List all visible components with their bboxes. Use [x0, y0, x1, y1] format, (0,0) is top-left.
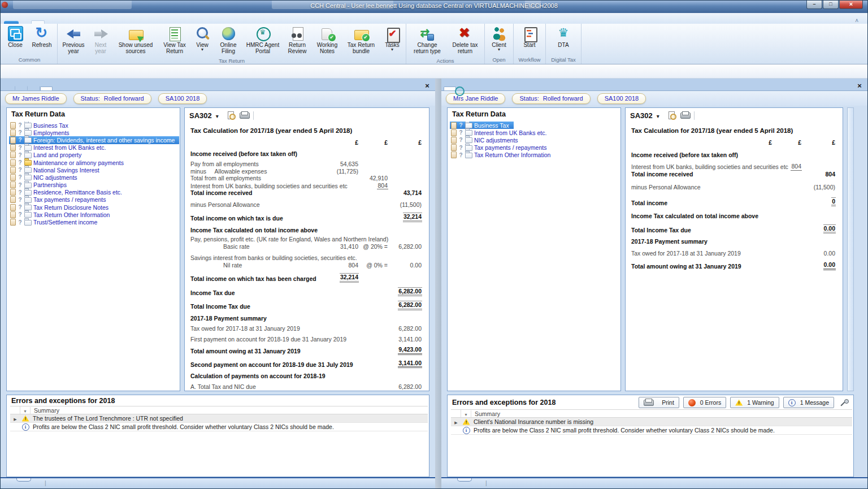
menu-item[interactable]: [70, 21, 82, 24]
tree-item[interactable]: Tax payments / repayments: [450, 144, 551, 152]
tree-item[interactable]: Business Tax: [9, 122, 73, 129]
tree-item[interactable]: Tax Return Disclosure Notes: [9, 204, 113, 211]
status-label: Status:: [81, 95, 100, 102]
menu-item[interactable]: [82, 21, 94, 24]
minimize-button[interactable]: [806, 1, 822, 9]
bottom-tab[interactable]: [16, 478, 31, 482]
filter-dropdown-icon[interactable]: [461, 410, 471, 417]
document-tab[interactable]: [444, 86, 456, 90]
ribbon-button[interactable]: Close: [3, 24, 28, 57]
status-label: Status:: [519, 95, 539, 102]
tree-item[interactable]: NIC adjustments: [9, 174, 82, 181]
ribbon-collapse-icon[interactable]: [855, 18, 858, 24]
tree-item[interactable]: Maintenance or alimony payments: [9, 159, 128, 166]
chevron-down-icon[interactable]: [216, 110, 219, 120]
ribbon-button[interactable]: HMRC Agent Portal: [243, 24, 283, 58]
bottom-tab[interactable]: [457, 478, 472, 482]
ribbon-button[interactable]: Working Notes: [312, 24, 342, 58]
ribbon-button[interactable]: DTA: [547, 24, 580, 57]
tree-item[interactable]: Interest from UK Banks etc.: [450, 129, 551, 136]
folder-icon: [24, 190, 32, 196]
warnings-count-badge[interactable]: 1 Warning: [730, 397, 779, 408]
sa302-row-label: 2017-18 Payment summary: [190, 315, 267, 322]
vertical-scrollbar[interactable]: [847, 107, 854, 391]
tree-item[interactable]: NIC adjustments: [450, 136, 523, 144]
tax-return-tree: Business Tax Employments Foreign: Di: [7, 122, 180, 391]
ribbon-button[interactable]: Refresh: [28, 24, 56, 57]
error-row[interactable]: The trustees of The Lord Trenchmore : UT…: [10, 414, 428, 423]
status-chip[interactable]: Status:Rolled forward: [512, 93, 590, 104]
ribbon-button[interactable]: View Tax Return: [158, 24, 191, 58]
tree-item[interactable]: Tax Return Other Information: [9, 211, 114, 218]
tree-item[interactable]: Trust/Settlement income: [9, 218, 102, 226]
errors-count-badge[interactable]: 0 Errors: [683, 397, 726, 408]
ribbon-button[interactable]: Client: [486, 24, 512, 57]
sa302-selector[interactable]: SA302: [630, 111, 653, 120]
document-tab[interactable]: [28, 86, 40, 90]
ribbon-button[interactable]: Delete tax return: [447, 24, 483, 58]
tree-item[interactable]: Tax Return Other Information: [450, 152, 555, 159]
sa302-selector[interactable]: SA302: [189, 111, 212, 120]
ribbon-button[interactable]: View: [191, 24, 214, 58]
menu-item[interactable]: [4, 21, 19, 24]
print-errors-button[interactable]: Print: [639, 397, 679, 408]
expander-icon[interactable]: [451, 418, 461, 425]
bottom-tab[interactable]: [474, 478, 494, 488]
ribbon-button-icon: [34, 26, 50, 41]
document-tab[interactable]: [3, 86, 15, 90]
tree-item[interactable]: Land and property: [9, 152, 86, 159]
tree-item[interactable]: Business Tax: [450, 122, 514, 129]
menu-item[interactable]: [19, 21, 31, 24]
ribbon-button[interactable]: Tax Return bundle: [342, 24, 380, 58]
return-form-chip[interactable]: SA100 2018: [597, 93, 646, 104]
printer-icon[interactable]: [680, 111, 690, 119]
ribbon-button[interactable]: Online Filing: [214, 24, 243, 58]
pin-icon[interactable]: [840, 399, 849, 407]
pane-divider[interactable]: [435, 79, 441, 488]
close-tab-icon[interactable]: [423, 80, 432, 90]
error-row[interactable]: Client's National Insurance number is mi…: [451, 418, 852, 426]
client-chip[interactable]: Mrs Jane Riddle: [446, 93, 505, 104]
errors-title: Errors and exceptions for 2018: [452, 399, 634, 406]
error-row[interactable]: Profits are below the Class 2 NIC small …: [10, 423, 428, 431]
close-tab-icon[interactable]: [855, 80, 864, 90]
bottom-tab[interactable]: [33, 478, 53, 488]
menu-item[interactable]: [57, 21, 70, 24]
messages-count-badge[interactable]: 1 Message: [783, 397, 834, 408]
tree-item[interactable]: Interest from UK Banks etc.: [9, 144, 110, 152]
printer-icon[interactable]: [240, 111, 249, 119]
client-chip[interactable]: Mr James Riddle: [5, 93, 67, 104]
filter-dropdown-icon[interactable]: [20, 407, 31, 414]
ribbon-button[interactable]: Change return type: [407, 24, 447, 58]
print-preview-icon[interactable]: [227, 111, 236, 120]
ribbon-button[interactable]: Start: [515, 24, 544, 57]
tree-item[interactable]: Residence, Remittance Basis etc.: [9, 189, 127, 196]
menu-item[interactable]: [94, 21, 107, 24]
print-preview-icon[interactable]: [668, 111, 676, 120]
tree-item[interactable]: Partnerships: [9, 181, 71, 189]
ribbon-button[interactable]: Tasks: [380, 24, 405, 58]
ribbon: Close Refresh Common: [1, 24, 867, 64]
error-row[interactable]: Profits are below the Class 2 NIC small …: [451, 426, 852, 435]
menu-item[interactable]: [31, 20, 45, 24]
tree-item[interactable]: Foreign: Dividends, interest and other s…: [9, 136, 179, 144]
page-icon: [10, 144, 16, 151]
tree-item[interactable]: Tax payments / repayments: [9, 196, 110, 204]
maximize-button[interactable]: [823, 1, 839, 9]
document-tab[interactable]: [15, 86, 28, 90]
ribbon-button[interactable]: Previous year: [59, 24, 88, 58]
close-window-button[interactable]: [839, 1, 863, 9]
ribbon-button[interactable]: Show unused sources: [113, 24, 158, 58]
status-chip[interactable]: Status:Rolled forward: [73, 93, 151, 104]
sa302-row-label: Calculation of payments on account for 2…: [190, 373, 326, 380]
menu-item[interactable]: [45, 21, 57, 24]
sa302-row: [631, 191, 836, 197]
expander-icon[interactable]: [10, 415, 20, 422]
tree-item[interactable]: National Savings Interest: [9, 166, 104, 174]
tree-item[interactable]: Employments: [9, 129, 74, 136]
chevron-down-icon[interactable]: [657, 110, 659, 120]
ribbon-button[interactable]: Return Review: [283, 24, 312, 58]
return-form-chip[interactable]: SA100 2018: [158, 93, 207, 104]
document-tab[interactable]: [40, 86, 53, 90]
ribbon-button[interactable]: Next year: [88, 24, 113, 58]
